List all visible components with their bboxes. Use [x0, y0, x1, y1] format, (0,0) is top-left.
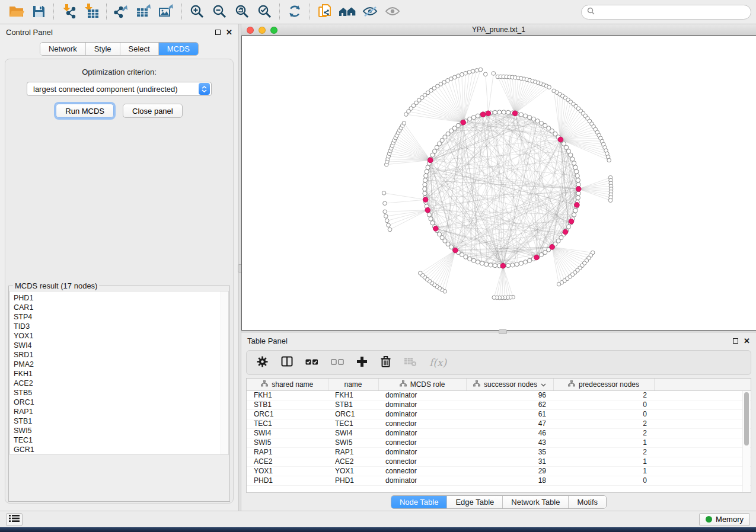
- mcds-result-item[interactable]: FKH1: [14, 369, 228, 379]
- table-cell[interactable]: ACE2: [247, 457, 328, 466]
- table-cell[interactable]: 43: [466, 438, 553, 447]
- mcds-dominator-node[interactable]: [423, 197, 428, 203]
- mcds-result-item[interactable]: CAR1: [14, 303, 228, 312]
- column-header-MCDS-role[interactable]: MCDS role: [378, 379, 466, 390]
- table-row[interactable]: STB1STB1dominator620: [247, 400, 751, 409]
- network-node[interactable]: [475, 69, 479, 73]
- network-node[interactable]: [427, 213, 431, 217]
- network-node[interactable]: [502, 110, 506, 114]
- network-node[interactable]: [483, 72, 487, 76]
- network-node[interactable]: [575, 174, 579, 178]
- tab-edge-table[interactable]: Edge Table: [447, 496, 503, 508]
- table-cell[interactable]: SWI5: [247, 438, 328, 447]
- table-cell[interactable]: 18: [466, 476, 553, 485]
- open-file-button[interactable]: [5, 2, 27, 22]
- network-node[interactable]: [464, 71, 468, 75]
- network-node[interactable]: [402, 121, 406, 126]
- table-cell[interactable]: [654, 476, 751, 485]
- network-node[interactable]: [524, 260, 528, 264]
- show-all-button[interactable]: [381, 2, 404, 22]
- table-cell[interactable]: dominator: [378, 409, 466, 419]
- table-cell[interactable]: dominator: [378, 447, 466, 457]
- network-node[interactable]: [524, 114, 528, 118]
- network-node[interactable]: [557, 282, 561, 286]
- network-node[interactable]: [476, 114, 480, 118]
- network-node[interactable]: [484, 262, 489, 266]
- criterion-select[interactable]: largest connected component (undirected): [27, 82, 212, 96]
- mcds-result-item[interactable]: STB1: [14, 416, 228, 426]
- table-row[interactable]: RAP1RAP1dominator352: [247, 447, 751, 457]
- tab-select[interactable]: Select: [120, 43, 159, 55]
- table-cell[interactable]: YOX1: [247, 466, 328, 476]
- network-node[interactable]: [384, 214, 388, 219]
- network-node[interactable]: [506, 264, 510, 268]
- network-node[interactable]: [419, 271, 423, 275]
- mcds-result-item[interactable]: SWI5: [14, 426, 228, 435]
- table-cell[interactable]: [654, 390, 751, 400]
- mcds-result-item[interactable]: GCR1: [14, 445, 228, 454]
- network-node[interactable]: [576, 196, 580, 200]
- network-node[interactable]: [468, 257, 472, 261]
- add-column-button[interactable]: [356, 356, 368, 370]
- table-cell[interactable]: ORC1: [247, 409, 328, 419]
- network-node[interactable]: [468, 117, 472, 121]
- network-node[interactable]: [497, 110, 502, 114]
- network-node[interactable]: [471, 69, 475, 73]
- network-node[interactable]: [531, 117, 535, 121]
- column-header-successor-nodes[interactable]: successor nodes: [466, 379, 553, 390]
- network-node[interactable]: [569, 153, 573, 157]
- mcds-dominator-node[interactable]: [425, 207, 430, 213]
- show-task-history-button[interactable]: [6, 513, 23, 526]
- mcds-dominator-node[interactable]: [433, 226, 439, 232]
- network-node[interactable]: [429, 217, 433, 221]
- mcds-result-item[interactable]: TID3: [14, 322, 228, 331]
- network-node[interactable]: [608, 198, 613, 203]
- column-header-name[interactable]: name: [328, 379, 378, 390]
- deselect-all-button[interactable]: [331, 357, 344, 368]
- mcds-result-item[interactable]: STB5: [14, 388, 228, 398]
- scrollbar-thumb[interactable]: [744, 392, 749, 446]
- zoom-window-button[interactable]: [270, 27, 277, 34]
- table-cell[interactable]: 31: [466, 457, 553, 466]
- table-cell[interactable]: [654, 466, 751, 476]
- table-scrollbar[interactable]: [742, 391, 750, 492]
- network-node[interactable]: [511, 263, 515, 267]
- table-cell[interactable]: 62: [466, 400, 553, 409]
- mcds-dominator-node[interactable]: [563, 229, 568, 235]
- network-node[interactable]: [573, 209, 578, 213]
- network-node[interactable]: [576, 178, 580, 182]
- table-cell[interactable]: connector: [378, 419, 466, 428]
- table-cell[interactable]: [654, 409, 751, 419]
- mcds-result-item[interactable]: PHD1: [14, 293, 228, 303]
- table-cell[interactable]: 96: [466, 390, 553, 400]
- mcds-result-item[interactable]: ACE2: [14, 379, 228, 388]
- mcds-dominator-node[interactable]: [576, 187, 581, 192]
- tab-mcds[interactable]: MCDS: [159, 43, 198, 55]
- table-cell[interactable]: SWI4: [247, 428, 328, 438]
- table-row[interactable]: PHD1PHD1dominator180: [247, 476, 751, 485]
- network-node[interactable]: [388, 227, 392, 232]
- tab-motifs[interactable]: Motifs: [569, 496, 606, 508]
- table-cell[interactable]: 46: [466, 428, 553, 438]
- table-cell[interactable]: [654, 419, 751, 428]
- node-table[interactable]: shared namenameMCDS rolesuccessor nodesp…: [247, 379, 751, 486]
- delete-column-button[interactable]: [380, 355, 391, 370]
- close-panel-icon[interactable]: ✕: [744, 338, 750, 344]
- close-panel-icon[interactable]: ✕: [226, 30, 232, 35]
- network-node[interactable]: [383, 201, 387, 206]
- table-cell[interactable]: TEC1: [328, 419, 378, 428]
- mcds-result-item[interactable]: TEC1: [14, 435, 228, 445]
- table-cell[interactable]: YOX1: [328, 466, 378, 476]
- table-cell[interactable]: [654, 438, 751, 447]
- network-node[interactable]: [527, 258, 531, 262]
- mcds-dominator-node[interactable]: [486, 111, 491, 116]
- tab-style[interactable]: Style: [86, 43, 120, 55]
- network-node[interactable]: [382, 191, 386, 196]
- network-node[interactable]: [423, 182, 427, 187]
- table-cell[interactable]: [654, 457, 751, 466]
- network-node[interactable]: [527, 116, 531, 120]
- network-node[interactable]: [493, 264, 497, 268]
- export-network-button[interactable]: [110, 2, 133, 22]
- network-node[interactable]: [575, 169, 579, 174]
- table-cell[interactable]: 0: [553, 476, 654, 485]
